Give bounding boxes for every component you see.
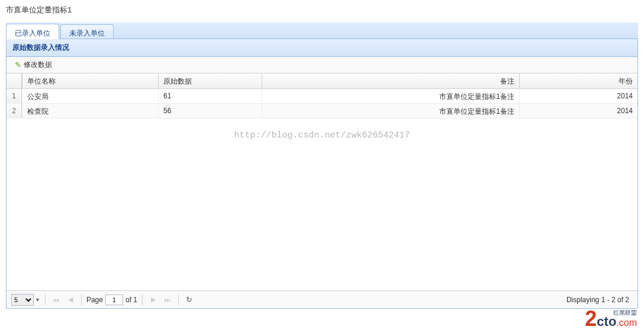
refresh-button[interactable]: ↻ (183, 294, 195, 306)
separator (45, 295, 46, 305)
next-page-icon: ▶ (151, 296, 156, 303)
cell-data: 61 (158, 89, 262, 103)
toolbar: ✎ 修改数据 (7, 57, 637, 73)
paging-bar: 5 ▼ ⏮ ◀ Page of 1 ▶ ⏭ ↻ (7, 290, 637, 308)
tab-not-entered-units[interactable]: 未录入单位 (60, 24, 114, 39)
edit-data-label: 修改数据 (24, 60, 52, 70)
prev-page-button[interactable]: ◀ (65, 294, 76, 306)
next-page-button[interactable]: ▶ (147, 294, 159, 306)
cell-year: 2014 (519, 89, 637, 103)
col-unit-header[interactable]: 单位名称 (22, 73, 158, 88)
pencil-icon: ✎ (15, 60, 21, 69)
last-page-icon: ⏭ (164, 296, 170, 303)
cell-data: 56 (158, 104, 262, 118)
grid-header: 单位名称 原始数据 备注 年份 (7, 73, 637, 89)
main-panel: 原始数据录入情况 ✎ 修改数据 单位名称 原始数据 备注 年份 1 公安局 61… (6, 39, 638, 309)
page-title: 市直单位定量指标1 (0, 0, 644, 20)
tab-strip: 已录入单位 未录入单位 (6, 23, 638, 39)
refresh-icon: ↻ (186, 295, 192, 304)
page-label-prefix: Page (86, 296, 103, 304)
display-info: Displaying 1 - 2 of 2 (566, 296, 633, 304)
col-num-header (7, 73, 22, 88)
first-page-button[interactable]: ⏮ (50, 294, 62, 306)
grid-body: 1 公安局 61 市直单位定量指标1备注 2014 2 检查院 56 市直单位定… (7, 89, 637, 290)
tab-entered-units[interactable]: 已录入单位 (6, 24, 59, 39)
panel-header: 原始数据录入情况 (7, 39, 637, 57)
row-number: 1 (7, 89, 22, 103)
separator (81, 295, 82, 305)
cell-remark: 市直单位定量指标1备注 (262, 104, 519, 118)
col-year-header[interactable]: 年份 (519, 73, 637, 88)
tab-container: 已录入单位 未录入单位 原始数据录入情况 ✎ 修改数据 单位名称 原始数据 备注… (6, 23, 638, 309)
cell-unit: 公安局 (22, 89, 158, 103)
cell-unit: 检查院 (22, 104, 158, 118)
prev-page-icon: ◀ (68, 296, 73, 303)
col-remark-header[interactable]: 备注 (262, 73, 519, 88)
first-page-icon: ⏮ (53, 296, 59, 303)
separator (178, 295, 179, 305)
table-row[interactable]: 1 公安局 61 市直单位定量指标1备注 2014 (7, 89, 637, 104)
edit-data-button[interactable]: ✎ 修改数据 (11, 58, 56, 72)
col-data-header[interactable]: 原始数据 (158, 73, 262, 88)
watermark: http://blog.csdn.net/zwk626542417 (234, 130, 410, 140)
dropdown-icon: ▼ (35, 297, 40, 303)
page-size-select[interactable]: 5 (11, 294, 34, 306)
row-number: 2 (7, 104, 22, 118)
page-label-suffix: of 1 (125, 296, 137, 304)
cell-remark: 市直单位定量指标1备注 (262, 89, 519, 103)
separator (142, 295, 143, 305)
last-page-button[interactable]: ⏭ (162, 294, 173, 306)
table-row[interactable]: 2 检查院 56 市直单位定量指标1备注 2014 (7, 104, 637, 119)
cell-year: 2014 (519, 104, 637, 118)
page-number-input[interactable] (105, 295, 123, 305)
